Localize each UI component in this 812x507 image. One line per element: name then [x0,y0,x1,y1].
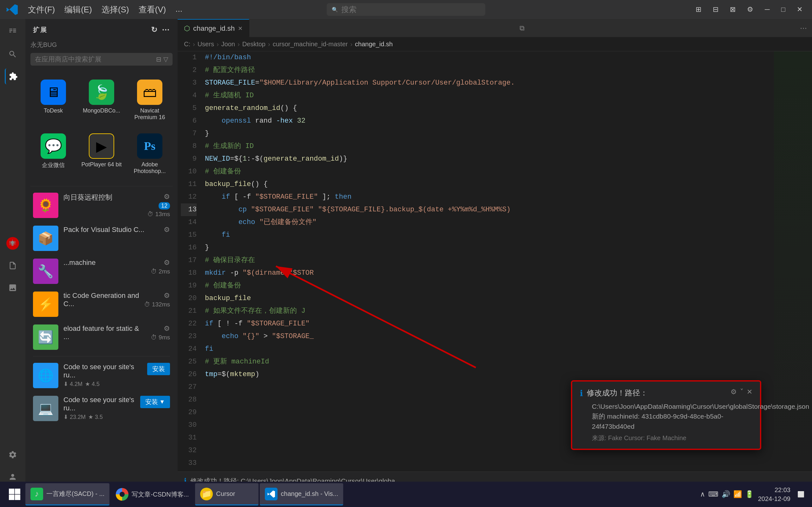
taskbar-music-label: 一言难尽(SACD) - ... [46,490,104,498]
taskbar-vscode-label: change_id.sh - Vis... [281,490,338,498]
notif-settings-icon[interactable]: ⚙ [730,388,737,396]
refresh-icon[interactable]: ↻ [151,25,158,34]
tab-change-id[interactable]: ⬡ change_id.sh ✕ [177,19,249,37]
ext-item-reload[interactable]: 🔄 eload feature for static & ... ⚙ ⏱ 9ms [28,321,175,354]
ext-item-codegen[interactable]: ⚡ tic Code Generation and C... ⚙ ⏱ 132ms [28,288,175,321]
windows-start-button[interactable] [5,486,24,503]
browser-icon-wrapper [116,488,129,501]
tab-close-button[interactable]: ✕ [238,25,243,32]
music-icon: ♪ [31,488,43,500]
menu-more[interactable]: ... [171,3,186,16]
ext-gear-reload[interactable]: ⚙ [164,325,170,333]
split-icon[interactable]: ⊟ [710,4,722,15]
app-mongodb[interactable]: 🍃 MongoDBCo... [79,74,124,126]
taskbar-music[interactable]: ♪ 一言难尽(SACD) - ... [26,483,109,505]
activity-image[interactable] [5,280,20,296]
extension-search-bar[interactable]: ⊟ ▽ [31,53,172,66]
ext-install-button[interactable]: 安装 [147,363,170,375]
ext-meta-code23m: ⬇ 23.2M ★ 3.5 [63,413,135,420]
ext-gear-codegen[interactable]: ⚙ [164,291,170,300]
activity-search[interactable] [5,46,20,62]
code-line-3: # 配置文件路径 [205,64,769,77]
ext-item-codesite[interactable]: 🌐 Code to see your site's ru... ⬇ 4.2M ★… [28,359,175,392]
breadcrumb-folder[interactable]: cursor_machine_id-master [273,41,348,48]
ext-stars2: ★ 3.5 [88,413,103,420]
layout-icon[interactable]: ⊞ [693,4,705,15]
activity-settings[interactable] [5,447,20,463]
code-line-15: backup_file() { [205,178,769,191]
split-editor-icon: ⧉ [519,24,525,32]
extension-search-input[interactable] [35,55,154,63]
activity-files[interactable] [5,258,20,274]
activity-extensions[interactable] [5,68,20,84]
ext-gear-icon[interactable]: ⚙ [164,193,170,201]
tray-up-icon[interactable]: ∧ [700,490,705,498]
menu-select[interactable]: 选择(S) [98,3,133,16]
ext-item-code23m[interactable]: 💻 Code to see your site's ru... ⬇ 23.2M … [28,392,175,425]
breadcrumb-file[interactable]: change_id.sh [355,41,393,48]
ext-item-pack[interactable]: 📦 Pack for Visual Studio C... ⚙ [28,222,175,255]
ext-item-machine[interactable]: 🔧 ...machine ⚙ ⏱ 2ms [28,255,175,288]
minimize-button[interactable]: ─ [762,4,773,15]
titlebar: 文件(F) 编辑(E) 选择(S) 查看(V) ... 🔍 ⊞ ⊟ ⊠ ⚙ ─ … [0,0,812,19]
app-todesk[interactable]: 🖥 ToDesk [31,74,76,126]
app-wework[interactable]: 💬 企业微信 [31,128,76,180]
code-line-34: tmp=$(mktemp) [205,368,769,381]
code-line-19: fi [205,229,769,241]
activity-spiderman[interactable]: 🕷 [5,235,20,251]
taskbar-cursor[interactable]: 📁 Cursor [195,483,258,505]
search-filters: ⊟ ▽ [156,55,168,63]
filter-icon[interactable]: ⊟ [156,55,161,63]
notif-expand-icon[interactable]: ˅ [740,388,744,396]
breadcrumb-joon[interactable]: Joon [221,41,235,48]
ext-gear-pack[interactable]: ⚙ [164,226,170,234]
more-actions-icon[interactable]: ⋯ [162,25,170,34]
ext-name-code23m: Code to see your site's ru... [63,396,135,412]
machine-icon: 🔧 [33,259,58,284]
reload-icon: 🔄 [33,325,58,350]
ext-install-button2[interactable]: 安装 ▼ [140,396,170,408]
code-line-31: fi [205,343,769,355]
app-photoshop[interactable]: Ps Adobe Photoshop... [127,128,172,180]
taskbar-browser[interactable]: 写文章-CSDN博客... [111,483,194,505]
tray-network-icon[interactable]: 📶 [733,490,742,498]
breadcrumb-c[interactable]: C: [184,41,190,48]
tray-volume-icon[interactable]: 🔊 [722,490,730,498]
global-search[interactable]: 🔍 [327,3,485,16]
app-potplayer[interactable]: ▶ PotPlayer 64 bit [79,128,124,180]
code-line-1: #!/bin/bash [205,51,769,64]
maximize-button[interactable]: □ [778,4,789,15]
ext-item-sunflower[interactable]: 🌻 向日葵远程控制 ⚙ 12 ⏱ 13ms [28,189,175,222]
close-button[interactable]: ✕ [794,4,806,15]
settings-icon[interactable]: ⚙ [744,4,757,15]
no-bug-label: 永无BUG [26,41,177,53]
menu-edit[interactable]: 编辑(E) [61,3,96,16]
tray-battery-icon[interactable]: 🔋 [745,490,754,498]
sort-icon[interactable]: ▽ [163,55,168,63]
menu-file[interactable]: 文件(F) [24,3,59,16]
ext-info-reload: eload feature for static & ... [63,325,146,342]
code-line-20: } [205,241,769,254]
more-editor-actions[interactable]: ⋯ [800,24,807,32]
show-desktop-button[interactable]: ⬜ [795,491,807,498]
wework-icon: 💬 [41,133,66,159]
ext-gear-machine[interactable]: ⚙ [164,259,170,267]
tray-keyboard-icon[interactable]: ⌨ [708,490,718,498]
breadcrumb-users[interactable]: Users [198,41,214,48]
taskbar-vscode[interactable]: change_id.sh - Vis... [260,483,343,505]
window-controls: ⊞ ⊟ ⊠ ⚙ ─ □ ✕ [693,4,806,15]
taskbar: ♪ 一言难尽(SACD) - ... 写文章-CSDN博客... 📁 Curso… [0,482,812,507]
menu-view[interactable]: 查看(V) [135,3,170,16]
separator [31,186,172,186]
search-input[interactable] [341,5,480,14]
ext-time-codegen: ⏱ 132ms [144,301,170,308]
notif-close-icon[interactable]: ✕ [747,388,752,396]
navicat-icon: 🗃 [137,79,162,105]
taskbar-datetime[interactable]: 22:03 2024-12-09 [758,486,791,503]
app-navicat[interactable]: 🗃 Navicat Premium 16 [127,74,172,126]
tab-split-button[interactable]: ⧉ [514,19,530,37]
panels-icon[interactable]: ⊠ [727,4,739,15]
activity-explorer[interactable] [5,24,20,40]
potplayer-icon: ▶ [89,133,114,159]
breadcrumb-desktop[interactable]: Desktop [242,41,265,48]
